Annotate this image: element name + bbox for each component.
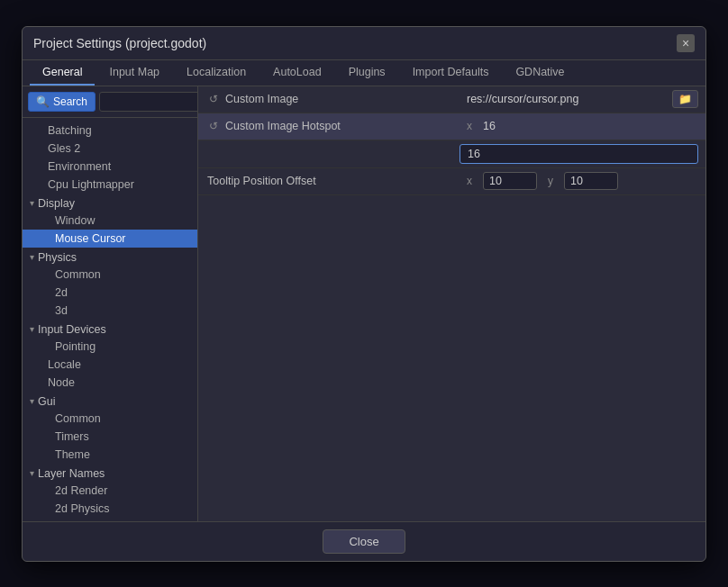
sidebar-section-display-label: Display xyxy=(38,197,75,210)
prop-name-custom-image: Custom Image xyxy=(225,93,298,105)
prop-value-custom-image: res://cursor/cursor.png 📁 xyxy=(460,86,705,112)
tab-bar: General Input Map Localization AutoLoad … xyxy=(23,60,705,86)
sidebar-section-display[interactable]: ▾ Display xyxy=(23,194,197,212)
search-input[interactable] xyxy=(99,92,198,112)
title-bar: Project Settings (project.godot) × xyxy=(23,27,705,60)
search-icon: 🔍 xyxy=(36,95,50,108)
prop-label-custom-image-hotspot: ↺ Custom Image Hotspot xyxy=(198,114,460,138)
tab-general[interactable]: General xyxy=(30,60,95,86)
sidebar-item-locale[interactable]: Locale xyxy=(23,356,197,374)
sidebar-item-gui-common[interactable]: Common xyxy=(23,410,197,428)
sidebar-item-theme[interactable]: Theme xyxy=(23,446,197,464)
search-button[interactable]: 🔍 Search xyxy=(28,92,96,112)
custom-image-path: res://cursor/cursor.png xyxy=(467,93,669,105)
dialog: Project Settings (project.godot) × Gener… xyxy=(22,26,706,562)
sidebar-item-timers[interactable]: Timers xyxy=(23,428,197,446)
content-main: ↺ Custom Image res://cursor/cursor.png 📁… xyxy=(198,86,705,521)
prop-row-custom-image: ↺ Custom Image res://cursor/cursor.png 📁 xyxy=(198,86,705,113)
prop-value-tooltip-offset: x y xyxy=(460,168,705,194)
sidebar-item-cpu-lightmapper[interactable]: Cpu Lightmapper xyxy=(23,176,197,194)
tab-import-defaults[interactable]: Import Defaults xyxy=(400,60,502,86)
sidebar-item-2d-render[interactable]: 2d Render xyxy=(23,482,197,500)
prop-name-custom-image-hotspot: Custom Image Hotspot xyxy=(225,120,341,132)
search-button-label: Search xyxy=(53,95,87,108)
inline-edit-row xyxy=(198,140,705,168)
bottom-bar: Close xyxy=(23,521,705,561)
tooltip-y-input[interactable] xyxy=(564,172,618,190)
reset-custom-image-hotspot-button[interactable]: ↺ xyxy=(207,120,220,132)
layer-names-arrow-icon: ▾ xyxy=(30,468,34,478)
sidebar-item-node[interactable]: Node xyxy=(23,374,197,392)
tooltip-x-input[interactable] xyxy=(483,172,537,190)
hotspot-x-label: x xyxy=(467,120,479,132)
tooltip-x-label: x xyxy=(467,175,479,187)
hotspot-x-value: 16 xyxy=(483,120,496,132)
tab-autoload[interactable]: AutoLoad xyxy=(260,60,334,86)
prop-row-tooltip-offset: Tooltip Position Offset x y xyxy=(198,168,705,195)
sidebar-section-layer-names[interactable]: ▾ Layer Names xyxy=(23,464,197,482)
sidebar-item-pointing[interactable]: Pointing xyxy=(23,338,197,356)
sidebar-section-physics-label: Physics xyxy=(38,251,77,264)
sidebar-item-environment[interactable]: Environment xyxy=(23,158,197,176)
sidebar-section-layer-names-label: Layer Names xyxy=(38,467,105,480)
sidebar-item-physics-common[interactable]: Common xyxy=(23,266,197,284)
sidebar-section-input-devices-label: Input Devices xyxy=(38,323,106,336)
sidebar-section-gui-label: Gui xyxy=(38,395,55,408)
input-devices-arrow-icon: ▾ xyxy=(30,324,34,334)
hotspot-inline-input[interactable] xyxy=(460,144,698,164)
sidebar-item-2d-physics[interactable]: 2d Physics xyxy=(23,500,197,518)
tab-plugins[interactable]: Plugins xyxy=(336,60,398,86)
sidebar: 🔍 Search Batching Gles 2 Environment Cpu… xyxy=(23,86,198,521)
gui-arrow-icon: ▾ xyxy=(30,396,34,406)
sidebar-tree: Batching Gles 2 Environment Cpu Lightmap… xyxy=(23,118,197,521)
prop-label-custom-image: ↺ Custom Image xyxy=(198,87,460,111)
prop-row-custom-image-hotspot: ↺ Custom Image Hotspot x 16 xyxy=(198,113,705,140)
tooltip-y-label: y xyxy=(548,175,560,187)
window-close-button[interactable]: × xyxy=(677,34,695,52)
prop-label-tooltip-offset: Tooltip Position Offset xyxy=(198,169,460,193)
sidebar-item-gles2[interactable]: Gles 2 xyxy=(23,140,197,158)
prop-value-custom-image-hotspot: x 16 xyxy=(460,116,705,136)
sidebar-section-physics[interactable]: ▾ Physics xyxy=(23,248,197,266)
dialog-title: Project Settings (project.godot) xyxy=(33,36,206,50)
close-dialog-button[interactable]: Close xyxy=(323,529,405,554)
tab-localization[interactable]: Localization xyxy=(174,60,259,86)
display-arrow-icon: ▾ xyxy=(30,198,34,208)
reset-custom-image-button[interactable]: ↺ xyxy=(207,93,220,105)
sidebar-item-window[interactable]: Window xyxy=(23,212,197,230)
sidebar-item-physics-3d[interactable]: 3d xyxy=(23,302,197,320)
content-panel: ↺ Custom Image res://cursor/cursor.png 📁… xyxy=(198,86,705,521)
sidebar-section-gui[interactable]: ▾ Gui xyxy=(23,392,197,410)
custom-image-folder-button[interactable]: 📁 xyxy=(672,90,698,108)
tab-input-map[interactable]: Input Map xyxy=(96,60,172,86)
sidebar-item-physics-2d[interactable]: 2d xyxy=(23,284,197,302)
sidebar-item-batching[interactable]: Batching xyxy=(23,122,197,140)
sidebar-section-input-devices[interactable]: ▾ Input Devices xyxy=(23,320,197,338)
tab-gdnative[interactable]: GDNative xyxy=(503,60,577,86)
prop-name-tooltip-offset: Tooltip Position Offset xyxy=(207,175,316,187)
physics-arrow-icon: ▾ xyxy=(30,252,34,262)
sidebar-item-mouse-cursor[interactable]: Mouse Cursor xyxy=(23,230,197,248)
dialog-body: 🔍 Search Batching Gles 2 Environment Cpu… xyxy=(23,86,705,521)
search-bar: 🔍 Search xyxy=(23,86,197,118)
